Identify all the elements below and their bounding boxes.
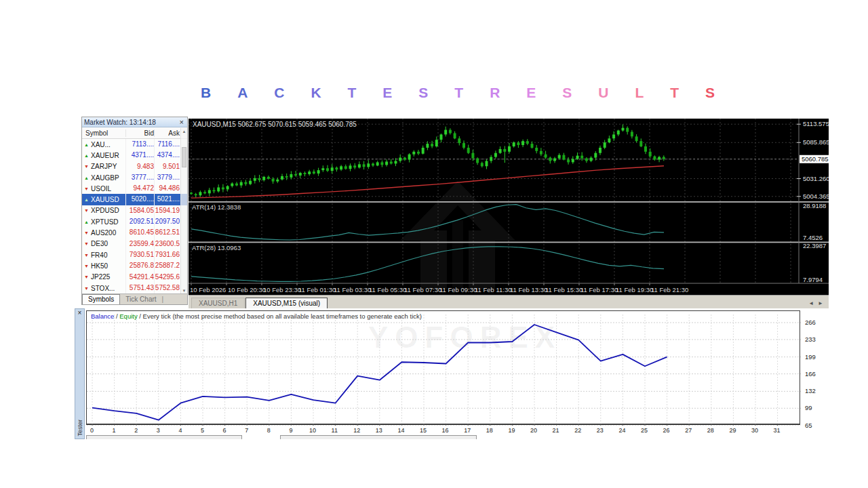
x-tick-label: 28 — [707, 427, 714, 434]
bid-value: 3777.... — [125, 172, 154, 183]
tester-bottom-tab-partial[interactable] — [280, 435, 477, 439]
market-watch-row[interactable]: ▼DE3023599.423600.5 — [82, 239, 187, 249]
x-tick-label: 17 — [464, 427, 471, 434]
ask-value: 5752.58 — [154, 283, 181, 293]
balance-chart-svg[interactable] — [87, 311, 801, 426]
ask-value: 8612.51 — [154, 227, 181, 238]
market-watch-list: ▲XAU...7113....7116....▲XAUEUR4371....43… — [82, 139, 187, 294]
svg-text:ATR(14) 12.3838: ATR(14) 12.3838 — [192, 203, 241, 211]
tab-tick-chart[interactable]: Tick Chart — [120, 295, 161, 304]
close-icon[interactable]: × — [178, 119, 185, 125]
up-arrow-icon: ▲ — [82, 220, 91, 224]
tester-panel-label: Tester — [77, 420, 83, 436]
y-tick-label: 65 — [805, 422, 812, 429]
svg-text:11 Feb 19:30: 11 Feb 19:30 — [616, 286, 653, 293]
tester-panel: Balance / Equity / Every tick (the most … — [86, 308, 829, 439]
symbol-label: XAU... — [91, 141, 125, 148]
x-tick-label: 16 — [442, 427, 449, 434]
column-header-bid: Bid — [125, 129, 154, 137]
market-watch-row[interactable]: ▼AUS2008610.458612.51 — [82, 227, 187, 238]
up-arrow-icon: ▲ — [82, 176, 91, 180]
up-arrow-icon: ▲ — [82, 197, 91, 202]
market-watch-titlebar[interactable]: Market Watch: 13:14:18 × — [82, 117, 187, 127]
x-tick-label: 10 — [309, 427, 316, 434]
title-letter: A — [237, 85, 248, 101]
svg-text:10 Feb 2026: 10 Feb 2026 — [190, 286, 226, 293]
tester-side-strip: × Tester — [75, 308, 85, 439]
ask-value: 2097.50 — [154, 216, 181, 227]
x-tick-label: 18 — [486, 427, 493, 434]
bid-value: 4371.... — [125, 150, 154, 161]
close-icon[interactable]: × — [75, 309, 84, 317]
svg-text:11 Feb 03:30: 11 Feb 03:30 — [334, 286, 371, 293]
market-watch-row[interactable]: ▼HK5025876.825887.2 — [82, 260, 187, 271]
svg-text:5060.785: 5060.785 — [802, 155, 829, 163]
symbol-label: DE30 — [91, 240, 125, 247]
x-tick-label: 30 — [751, 427, 758, 434]
x-tick-label: 2 — [134, 427, 138, 434]
tester-plot[interactable]: Balance / Equity / Every tick (the most … — [86, 310, 800, 425]
market-watch-row[interactable]: ▲XPTUSD2092.512097.50 — [82, 216, 187, 227]
y-tick-label: 166 — [805, 370, 816, 378]
market-watch-row[interactable]: ▲XAUGBP3777....3779.... — [82, 172, 187, 183]
x-tick-label: 14 — [397, 427, 404, 434]
title-letter: S — [562, 85, 572, 101]
y-tick-label: 233 — [805, 336, 816, 343]
svg-text:28.9188: 28.9188 — [803, 202, 826, 209]
x-tick-label: 7 — [245, 427, 248, 434]
market-watch-row[interactable]: ▲XAUUSD5020....5021.... — [82, 194, 187, 205]
tab-nav-left-icon[interactable]: ◄ — [808, 300, 814, 306]
y-tick-label: 199 — [805, 353, 816, 361]
down-arrow-icon: ▼ — [82, 164, 91, 169]
market-watch-scrollbar[interactable]: ▲ ▼ — [180, 128, 187, 294]
y-tick-label: 132 — [805, 387, 816, 394]
market-watch-row[interactable]: ▼ZARJPY9.4839.501 — [82, 161, 187, 172]
title-letter: T — [670, 85, 679, 101]
x-tick-label: 21 — [553, 427, 559, 434]
down-arrow-icon: ▼ — [82, 286, 91, 291]
tester-bottom-tab-partial[interactable] — [86, 435, 242, 439]
svg-text:7.4526: 7.4526 — [803, 234, 823, 241]
symbol-label: AUS200 — [91, 229, 125, 237]
ask-value: 94.486 — [154, 183, 181, 194]
title-letter: E — [382, 85, 392, 101]
down-arrow-icon: ▼ — [82, 264, 91, 268]
symbol-label: XPTUSD — [91, 218, 125, 226]
x-tick-label: 27 — [685, 427, 692, 434]
market-watch-row[interactable]: ▼USOIL94.47294.486 — [82, 183, 187, 194]
x-tick-label: 24 — [618, 427, 625, 434]
scroll-up-icon[interactable]: ▲ — [182, 128, 186, 135]
x-tick-label: 9 — [289, 427, 292, 434]
svg-text:11 Feb 05:30: 11 Feb 05:30 — [369, 286, 406, 293]
scrollbar-thumb[interactable] — [182, 147, 186, 167]
column-header-symbol: Symbol — [82, 129, 125, 137]
tab-nav-right-icon[interactable]: ► — [818, 300, 823, 306]
x-tick-label: 25 — [641, 427, 648, 434]
svg-text:5085.865: 5085.865 — [803, 138, 829, 146]
title-letter: B — [201, 85, 211, 101]
market-watch-row[interactable]: ▼XPDUSD1584.051594.19 — [82, 205, 187, 216]
market-watch-row[interactable]: ▲XAUEUR4371....4374.... — [82, 150, 187, 161]
x-tick-label: 3 — [157, 427, 160, 434]
x-tick-label: 8 — [267, 427, 271, 434]
market-watch-row[interactable]: ▲XAU...7113....7116.... — [82, 139, 187, 150]
tab-xauusd-h1[interactable]: XAUUSD,H1 — [191, 298, 245, 308]
bid-value: 25876.8 — [125, 260, 154, 271]
tab-xauusd-m15-visual[interactable]: XAUUSD,M15 (visual) — [245, 298, 328, 308]
ask-value: 7931.66 — [154, 249, 181, 260]
market-watch-row[interactable]: ▼STOX...5751.435752.58 — [82, 283, 187, 293]
ohlc-header: XAUUSD,M15 5062.675 5070.615 5059.465 50… — [193, 121, 357, 128]
bid-value: 23599.4 — [125, 239, 154, 249]
bid-value: 1584.05 — [125, 205, 154, 216]
market-watch-row[interactable]: ▼JP22554291.454295.6 — [82, 272, 187, 283]
tab-symbols[interactable]: Symbols — [82, 294, 120, 304]
x-tick-label: 1 — [113, 427, 116, 434]
legend-method: / Every tick (the most precise method ba… — [138, 312, 422, 320]
x-tick-label: 13 — [376, 427, 382, 434]
market-watch-row[interactable]: ▼FR407930.517931.66 — [82, 249, 187, 260]
ask-value: 9.501 — [154, 161, 181, 172]
symbol-label: FR40 — [91, 251, 125, 259]
ask-value: 1594.19 — [154, 205, 181, 216]
main-chart-svg[interactable]: 5113.5755085.8655031.2605004.3655060.785… — [189, 119, 829, 295]
scrollbar-track[interactable] — [181, 135, 187, 287]
